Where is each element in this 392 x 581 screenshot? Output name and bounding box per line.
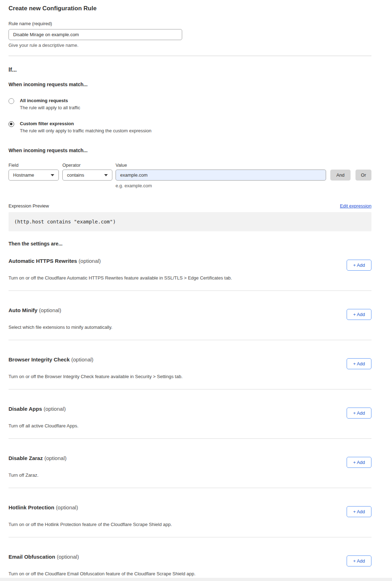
radio-custom-filter-expression[interactable]: Custom filter expression The rule will o… — [9, 121, 371, 133]
field-select[interactable]: Hostname — [9, 170, 59, 181]
optional-tag: (optional) — [71, 356, 94, 363]
divider — [9, 537, 371, 537]
section-email-obfuscation: Email Obfuscation (optional) + Add Turn … — [9, 554, 371, 576]
field-label: Field — [9, 162, 62, 168]
section-automatic-https-rewrites: Automatic HTTPS Rewrites (optional) + Ad… — [9, 258, 371, 281]
section-title: Disable Zaraz — [9, 455, 43, 461]
section-title: Email Obfuscation — [9, 554, 55, 560]
section-hotlink-protection: Hotlink Protection (optional) + Add Turn… — [9, 504, 371, 527]
section-description: Select which file extensions to minify a… — [9, 325, 371, 330]
then-settings-heading: Then the settings are... — [9, 241, 371, 247]
radio-description: The rule will only apply to traffic matc… — [20, 128, 151, 133]
rule-name-label: Rule name (required) — [9, 21, 371, 26]
add-button[interactable]: + Add — [347, 457, 371, 468]
edit-expression-link[interactable]: Edit expression — [340, 203, 371, 209]
value-helper: e.g. example.com — [116, 183, 371, 188]
expression-preview-row: Expression Preview Edit expression — [9, 203, 371, 209]
caret-down-icon — [104, 174, 108, 176]
value-input[interactable] — [116, 170, 326, 181]
section-disable-apps: Disable Apps (optional) + Add Turn off a… — [9, 406, 371, 428]
section-title: Browser Integrity Check — [9, 356, 70, 363]
optional-tag: (optional) — [56, 504, 78, 510]
rule-name-helper: Give your rule a descriptive name. — [9, 43, 371, 48]
radio-label: Custom filter expression — [20, 121, 151, 126]
add-button[interactable]: + Add — [347, 408, 371, 419]
or-button[interactable]: Or — [355, 170, 371, 181]
radio-description: The rule will apply to all traffic — [20, 105, 80, 110]
radio-label: All incoming requests — [20, 98, 80, 103]
add-button[interactable]: + Add — [347, 260, 371, 271]
section-description: Turn on or off the Cloudflare Email Obfu… — [9, 571, 371, 576]
expression-preview-label: Expression Preview — [9, 203, 49, 209]
create-configuration-rule-form: Create new Configuration Rule Rule name … — [0, 0, 392, 581]
radio-unselected-icon[interactable] — [9, 98, 14, 104]
builder-heading: When incoming requests match... — [9, 148, 371, 153]
caret-down-icon — [51, 174, 54, 176]
radio-selected-icon[interactable] — [9, 121, 14, 127]
section-description: Turn off all active Cloudflare Apps. — [9, 423, 371, 428]
section-description: Turn off Zaraz. — [9, 472, 371, 478]
builder-row: Hostname contains And Or — [9, 170, 371, 181]
if-heading: If... — [9, 67, 371, 73]
optional-tag: (optional) — [57, 554, 79, 560]
value-label: Value — [116, 162, 371, 168]
section-auto-minify: Auto Minify (optional) + Add Select whic… — [9, 307, 371, 330]
add-button[interactable]: + Add — [347, 555, 371, 566]
rule-name-input[interactable] — [9, 29, 182, 40]
divider — [9, 389, 371, 389]
section-description: Turn on or off the Browser Integrity Che… — [9, 374, 371, 379]
section-description: Turn on or off the Cloudflare Automatic … — [9, 275, 371, 281]
optional-tag: (optional) — [44, 455, 67, 461]
operator-select-value: contains — [67, 172, 84, 178]
optional-tag: (optional) — [39, 307, 61, 313]
section-disable-zaraz: Disable Zaraz (optional) + Add Turn off … — [9, 455, 371, 478]
radio-all-incoming-requests[interactable]: All incoming requests The rule will appl… — [9, 98, 371, 110]
add-button[interactable]: + Add — [347, 358, 371, 369]
add-button[interactable]: + Add — [347, 309, 371, 320]
divider — [9, 340, 371, 340]
section-title: Hotlink Protection — [9, 504, 54, 510]
and-button[interactable]: And — [330, 170, 351, 181]
add-button[interactable]: + Add — [347, 506, 371, 517]
operator-select[interactable]: contains — [62, 170, 112, 181]
divider — [9, 438, 371, 439]
field-select-value: Hostname — [13, 172, 34, 178]
builder-column-labels: Field Operator Value — [9, 162, 371, 168]
divider — [9, 290, 371, 291]
expression-preview-code: (http.host contains "example.com") — [9, 212, 371, 231]
section-title: Automatic HTTPS Rewrites — [9, 258, 77, 264]
match-heading: When incoming requests match... — [9, 82, 371, 87]
optional-tag: (optional) — [79, 258, 101, 264]
section-title: Disable Apps — [9, 406, 42, 412]
operator-label: Operator — [62, 162, 116, 168]
section-title: Auto Minify — [9, 307, 38, 313]
section-browser-integrity-check: Browser Integrity Check (optional) + Add… — [9, 356, 371, 379]
bottom-strip — [0, 578, 392, 581]
page-title: Create new Configuration Rule — [9, 5, 371, 12]
section-description: Turn on or off the Hotlink Protection fe… — [9, 522, 371, 527]
divider — [9, 56, 371, 56]
optional-tag: (optional) — [44, 406, 66, 412]
divider — [9, 488, 371, 488]
